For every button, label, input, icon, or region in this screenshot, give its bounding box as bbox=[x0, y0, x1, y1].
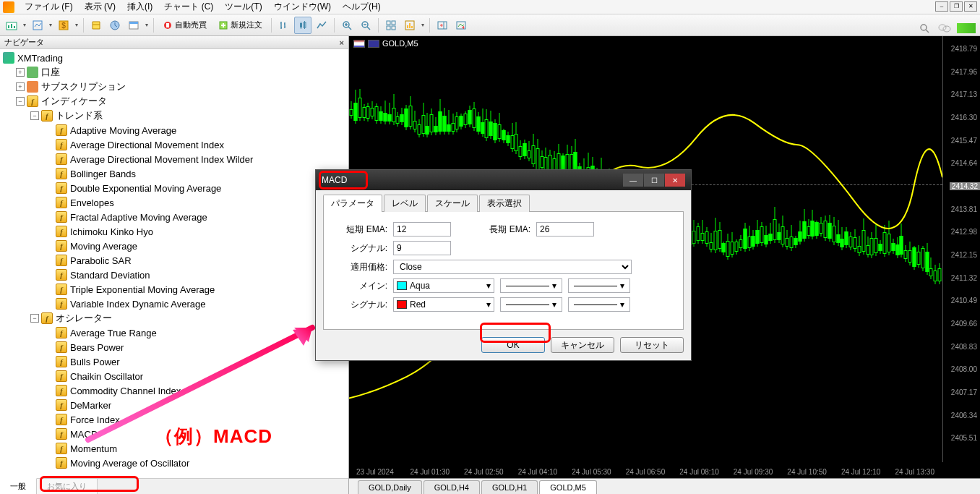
indicators-icon[interactable] bbox=[401, 17, 418, 34]
dropdown-icon[interactable]: ▾ bbox=[22, 22, 27, 28]
time-tick: 24 Jul 08:10 bbox=[679, 468, 719, 476]
menu-view[interactable]: 表示 (V) bbox=[79, 0, 121, 14]
candle-chart-icon[interactable] bbox=[294, 17, 311, 34]
tab-gold-m5[interactable]: GOLD,M5 bbox=[539, 480, 597, 494]
input-signal[interactable] bbox=[393, 241, 451, 255]
tree-indicator-item[interactable]: fTriple Exponential Moving Average bbox=[0, 282, 348, 297]
svg-rect-20 bbox=[392, 26, 395, 30]
select-signal-width[interactable]: ▾ bbox=[568, 297, 630, 312]
dialog-titlebar[interactable]: MACD — ☐ ✕ bbox=[316, 170, 691, 190]
search-icon[interactable] bbox=[919, 23, 934, 33]
profiles-icon[interactable] bbox=[29, 17, 46, 34]
select-signal-color[interactable]: Red▾ bbox=[393, 297, 494, 312]
data-window-icon[interactable] bbox=[106, 17, 124, 34]
close-button[interactable]: ✕ bbox=[964, 1, 977, 12]
tree-indicator-item[interactable]: fAdaptive Moving Average bbox=[0, 123, 348, 137]
navigator-icon[interactable] bbox=[87, 17, 105, 34]
dropdown-icon[interactable]: ▾ bbox=[144, 22, 150, 28]
menu-tools[interactable]: ツール(T) bbox=[219, 0, 267, 14]
menu-insert[interactable]: 挿入(I) bbox=[121, 0, 158, 14]
tab-gold-daily[interactable]: GOLD,Daily bbox=[358, 480, 422, 494]
label-signal: シグナル: bbox=[337, 242, 387, 255]
tree-indicator-item[interactable]: fBollinger Bands bbox=[0, 166, 348, 181]
menu-chart[interactable]: チャート (C) bbox=[158, 0, 219, 14]
navigator-tree[interactable]: XMTrading +口座 +サブスクリプション −fインディケータ −fトレン… bbox=[0, 49, 348, 478]
input-fast-ema[interactable] bbox=[393, 222, 451, 237]
tree-indicator-item[interactable]: fDouble Exponential Moving Average bbox=[0, 181, 348, 195]
tree-indicator-item[interactable]: fBulls Power bbox=[0, 354, 348, 369]
autoscroll-icon[interactable] bbox=[452, 17, 470, 34]
dialog-minimize-icon[interactable]: — bbox=[623, 174, 643, 187]
menu-file[interactable]: ファイル (F) bbox=[19, 0, 79, 14]
tree-indicator-item[interactable]: fStandard Deviation bbox=[0, 268, 348, 282]
price-tick: 2413.81 bbox=[951, 205, 977, 213]
tab-general[interactable]: 一般 bbox=[0, 478, 37, 494]
svg-rect-18 bbox=[392, 21, 395, 25]
shift-chart-icon[interactable] bbox=[434, 17, 451, 34]
tree-indicator-item[interactable]: fMoving Average of Oscillator bbox=[0, 456, 348, 470]
new-order-button[interactable]: 新規注文 bbox=[213, 17, 267, 34]
select-main-style[interactable]: ▾ bbox=[500, 278, 562, 293]
tree-root[interactable]: XMTrading bbox=[0, 51, 348, 65]
tree-trend[interactable]: −fトレンド系 bbox=[0, 108, 348, 123]
menu-window[interactable]: ウインドウ(W) bbox=[268, 0, 337, 14]
terminal-icon[interactable] bbox=[125, 17, 142, 34]
price-tick: 2412.98 bbox=[951, 228, 977, 236]
tree-indicator-item[interactable]: fAverage Directional Movement Index Wild… bbox=[0, 152, 348, 166]
zoom-in-icon[interactable] bbox=[338, 17, 356, 34]
select-main-color[interactable]: Aqua▾ bbox=[393, 278, 494, 293]
tree-indicator-item[interactable]: fVariable Index Dynamic Average bbox=[0, 297, 348, 311]
dialog-close-icon[interactable]: ✕ bbox=[665, 174, 685, 187]
price-tick: 2415.47 bbox=[951, 137, 977, 145]
line-chart-icon[interactable] bbox=[313, 17, 330, 34]
svg-rect-23 bbox=[409, 23, 411, 28]
select-apply-price[interactable]: Close bbox=[393, 260, 632, 274]
auto-trading-button[interactable]: 自動売買 bbox=[158, 17, 212, 34]
select-signal-style[interactable]: ▾ bbox=[500, 297, 562, 312]
menu-help[interactable]: ヘルプ(H) bbox=[337, 0, 387, 14]
tree-indicator-item[interactable]: fDeMarker bbox=[0, 398, 348, 412]
tree-indicator-item[interactable]: fFractal Adaptive Moving Average bbox=[0, 210, 348, 224]
tree-indicator-item[interactable]: fMoving Average bbox=[0, 239, 348, 253]
tab-gold-h4[interactable]: GOLD,H4 bbox=[424, 480, 480, 494]
tab-gold-h1[interactable]: GOLD,H1 bbox=[481, 480, 538, 494]
time-tick: 24 Jul 04:10 bbox=[518, 468, 558, 476]
navigator-close-icon[interactable]: × bbox=[340, 38, 344, 47]
tree-subscription[interactable]: +サブスクリプション bbox=[0, 80, 348, 94]
dropdown-icon[interactable]: ▾ bbox=[48, 22, 53, 28]
tab-favorites[interactable]: お気に入り bbox=[37, 479, 98, 494]
minimize-button[interactable]: – bbox=[935, 1, 948, 12]
cancel-button[interactable]: キャンセル bbox=[551, 337, 614, 353]
dropdown-icon[interactable]: ▾ bbox=[74, 22, 79, 28]
maximize-button[interactable]: ❐ bbox=[950, 1, 963, 12]
tree-indicators[interactable]: −fインディケータ bbox=[0, 94, 348, 108]
app-logo-icon bbox=[3, 1, 14, 13]
ok-button[interactable]: OK bbox=[481, 337, 545, 353]
tree-indicator-item[interactable]: fAverage Directional Movement Index bbox=[0, 137, 348, 152]
dialog-maximize-icon[interactable]: ☐ bbox=[644, 174, 664, 187]
input-slow-ema[interactable] bbox=[536, 222, 594, 237]
tree-indicator-item[interactable]: fAverage True Range bbox=[0, 325, 348, 340]
tree-indicator-item[interactable]: fEnvelopes bbox=[0, 195, 348, 210]
market-watch-icon[interactable]: $ bbox=[55, 17, 72, 34]
tree-indicator-item[interactable]: fIchimoku Kinko Hyo bbox=[0, 224, 348, 239]
tab-levels[interactable]: レベル bbox=[384, 195, 426, 212]
tree-indicator-item[interactable]: fBears Power bbox=[0, 340, 348, 354]
tree-oscillator[interactable]: −fオシレーター bbox=[0, 311, 348, 325]
tab-parameters[interactable]: パラメータ bbox=[323, 195, 382, 212]
zoom-out-icon[interactable] bbox=[357, 17, 374, 34]
tab-scale[interactable]: スケール bbox=[427, 195, 478, 212]
tree-indicator-item[interactable]: fParabolic SAR bbox=[0, 253, 348, 268]
tile-windows-icon[interactable] bbox=[382, 17, 400, 34]
tree-account[interactable]: +口座 bbox=[0, 65, 348, 80]
new-chart-icon[interactable] bbox=[3, 17, 20, 34]
tab-visualization[interactable]: 表示選択 bbox=[479, 195, 530, 212]
reset-button[interactable]: リセット bbox=[620, 337, 684, 353]
dropdown-icon[interactable]: ▾ bbox=[420, 22, 426, 28]
tree-indicator-item[interactable]: fCommodity Channel Index bbox=[0, 383, 348, 398]
price-tick: 2407.17 bbox=[951, 388, 977, 396]
select-main-width[interactable]: ▾ bbox=[568, 278, 630, 293]
chat-icon[interactable] bbox=[938, 23, 953, 33]
tree-indicator-item[interactable]: fChaikin Oscillator bbox=[0, 369, 348, 383]
bar-chart-icon[interactable] bbox=[275, 17, 293, 34]
